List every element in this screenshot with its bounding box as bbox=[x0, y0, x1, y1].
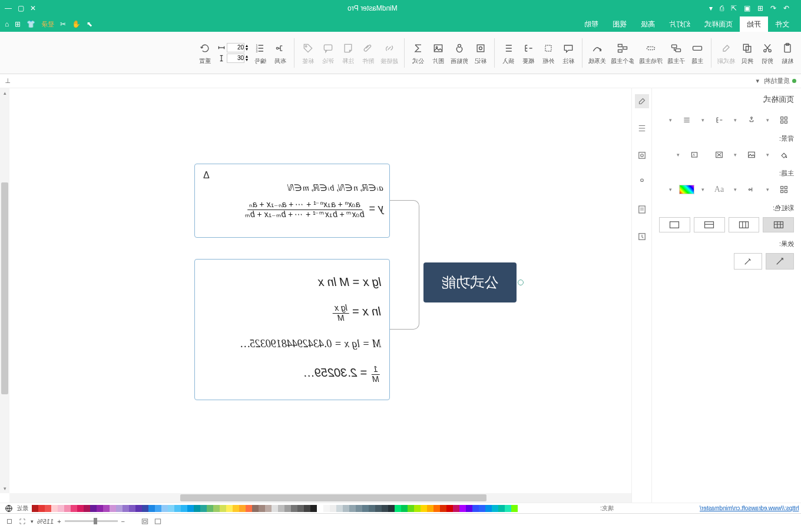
paste-button[interactable]: 粘贴 bbox=[779, 41, 796, 65]
color-swatch[interactable] bbox=[187, 505, 194, 512]
color-swatch[interactable] bbox=[123, 505, 129, 512]
caret-icon[interactable]: ▾ bbox=[766, 187, 769, 192]
color-swatch[interactable] bbox=[194, 505, 200, 512]
home-icon[interactable]: ⌂ bbox=[5, 20, 9, 28]
doc-dropdown-icon[interactable]: ▾ bbox=[756, 77, 759, 85]
insert-button[interactable]: 插入 bbox=[499, 41, 517, 65]
color-swatch[interactable] bbox=[103, 505, 110, 512]
new-icon[interactable]: ⊞ bbox=[757, 4, 763, 12]
color-swatch[interactable] bbox=[304, 505, 310, 512]
spin-arrows[interactable]: ▴▾ bbox=[246, 44, 248, 51]
color-swatch[interactable] bbox=[239, 505, 246, 512]
color-swatch[interactable] bbox=[388, 505, 395, 512]
canvas[interactable]: ▴ ▾ 公式功能 Δ aᵢ∈ℝ, n∈ℕ, bᵢ∈ℝ, m∈ℕ y = a₀xⁿ… bbox=[0, 88, 631, 503]
layout3-button[interactable] bbox=[709, 113, 729, 127]
fit-page-icon[interactable] bbox=[18, 517, 27, 526]
reset-button[interactable]: 重置 bbox=[196, 41, 214, 65]
layout4-button[interactable] bbox=[677, 113, 697, 127]
caret-icon[interactable]: ▾ bbox=[677, 152, 680, 158]
color-swatch[interactable] bbox=[272, 505, 278, 512]
image-button[interactable]: 图片 bbox=[429, 41, 447, 65]
color-swatch[interactable] bbox=[77, 505, 84, 512]
color-swatch[interactable] bbox=[382, 505, 388, 512]
color-swatch[interactable] bbox=[110, 505, 116, 512]
pointer-icon[interactable]: ⬉ bbox=[87, 20, 92, 28]
scroll-thumb[interactable] bbox=[1, 182, 8, 394]
slider-knob[interactable] bbox=[94, 518, 97, 524]
color-swatch[interactable] bbox=[207, 505, 213, 512]
color-swatch[interactable] bbox=[323, 505, 330, 512]
caret-icon[interactable]: ▾ bbox=[734, 187, 737, 192]
fill-button[interactable] bbox=[774, 148, 794, 162]
scroll-down-icon[interactable]: ▾ bbox=[0, 484, 9, 493]
tab-view[interactable]: 视图 bbox=[605, 16, 634, 32]
zoom-out-icon[interactable]: − bbox=[121, 518, 125, 525]
color-swatch[interactable] bbox=[168, 505, 174, 512]
relation-button[interactable]: 关系线 bbox=[587, 41, 607, 65]
color-swatch[interactable] bbox=[414, 505, 421, 512]
color-swatch[interactable] bbox=[453, 505, 459, 512]
color-swatch[interactable] bbox=[498, 505, 505, 512]
caret-icon[interactable]: ▾ bbox=[701, 117, 704, 123]
floattopic-button[interactable]: 浮动主题 bbox=[638, 41, 664, 65]
attach-button[interactable]: 附件 bbox=[359, 41, 377, 65]
color-swatch[interactable] bbox=[97, 505, 103, 512]
shirt-icon[interactable]: 👕 bbox=[27, 20, 35, 28]
cut-button[interactable]: 剪切 bbox=[759, 41, 776, 65]
topic-node-2[interactable]: lg x = M ln x ln x = lg xM M = lg x = 0.… bbox=[194, 259, 390, 400]
color-swatch[interactable] bbox=[226, 505, 233, 512]
color-swatch[interactable] bbox=[174, 505, 181, 512]
color-swatch[interactable] bbox=[472, 505, 479, 512]
subtopic-button[interactable]: 子主题 bbox=[666, 41, 686, 65]
color-swatch[interactable] bbox=[408, 505, 414, 512]
website-link[interactable]: https://www.edrawsoft.cn/mindmaster/ bbox=[700, 505, 799, 511]
scroll-thumb[interactable] bbox=[180, 494, 486, 501]
color-swatch[interactable] bbox=[446, 505, 453, 512]
summary-button[interactable]: 概要 bbox=[519, 41, 537, 65]
color-swatch[interactable] bbox=[200, 505, 207, 512]
color-swatch[interactable] bbox=[213, 505, 220, 512]
scroll-up-icon[interactable]: ▴ bbox=[0, 88, 9, 98]
caret-icon[interactable]: ▾ bbox=[734, 117, 737, 123]
zoom-slider[interactable] bbox=[65, 520, 118, 522]
theme-layout-button[interactable] bbox=[742, 182, 762, 197]
caret-icon[interactable]: ▾ bbox=[669, 187, 672, 192]
color-swatch[interactable] bbox=[427, 505, 433, 512]
vertical-scrollbar[interactable]: ▴ ▾ bbox=[0, 88, 9, 493]
tab-file[interactable]: 文件 bbox=[768, 16, 796, 32]
color-swatch[interactable] bbox=[505, 505, 511, 512]
hspace-input[interactable] bbox=[227, 43, 244, 52]
tab-slideshow[interactable]: 幻灯片 bbox=[662, 16, 697, 32]
color-swatch[interactable] bbox=[369, 505, 375, 512]
color-swatch[interactable] bbox=[252, 505, 259, 512]
color-swatch[interactable] bbox=[440, 505, 446, 512]
color-swatch[interactable] bbox=[148, 505, 155, 512]
task-tab[interactable] bbox=[635, 202, 649, 217]
color-swatch[interactable] bbox=[297, 505, 304, 512]
watermark-button[interactable]: A bbox=[684, 148, 704, 162]
rainbow-opt[interactable] bbox=[729, 217, 760, 232]
color-swatch[interactable] bbox=[336, 505, 343, 512]
pin-icon[interactable]: ⊥ bbox=[5, 77, 11, 85]
color-swatch[interactable] bbox=[161, 505, 168, 512]
color-swatch[interactable] bbox=[278, 505, 284, 512]
tab-start[interactable]: 开始 bbox=[740, 16, 768, 32]
color-swatch[interactable] bbox=[135, 505, 142, 512]
color-swatch[interactable] bbox=[71, 505, 77, 512]
color-swatch[interactable] bbox=[317, 505, 323, 512]
tab-help[interactable]: 帮助 bbox=[577, 16, 605, 32]
spin-arrows[interactable]: ▴▾ bbox=[246, 55, 248, 61]
color-swatch[interactable] bbox=[38, 505, 45, 512]
numbering-button[interactable]: 123编号 bbox=[251, 41, 269, 65]
zoom-in-icon[interactable]: + bbox=[57, 518, 61, 525]
page-view-icon[interactable] bbox=[153, 517, 163, 526]
color-swatch[interactable] bbox=[330, 505, 336, 512]
color-swatch[interactable] bbox=[362, 505, 369, 512]
boundary-button[interactable]: 外框 bbox=[539, 41, 557, 65]
more-icon[interactable]: ▾ bbox=[709, 4, 713, 12]
caret-icon[interactable]: ▾ bbox=[669, 117, 672, 123]
color-swatch[interactable] bbox=[142, 505, 148, 512]
remove-bg-button[interactable] bbox=[709, 148, 729, 162]
caret-icon[interactable]: ▾ bbox=[766, 152, 769, 158]
login-link[interactable]: 登录 bbox=[41, 20, 54, 29]
